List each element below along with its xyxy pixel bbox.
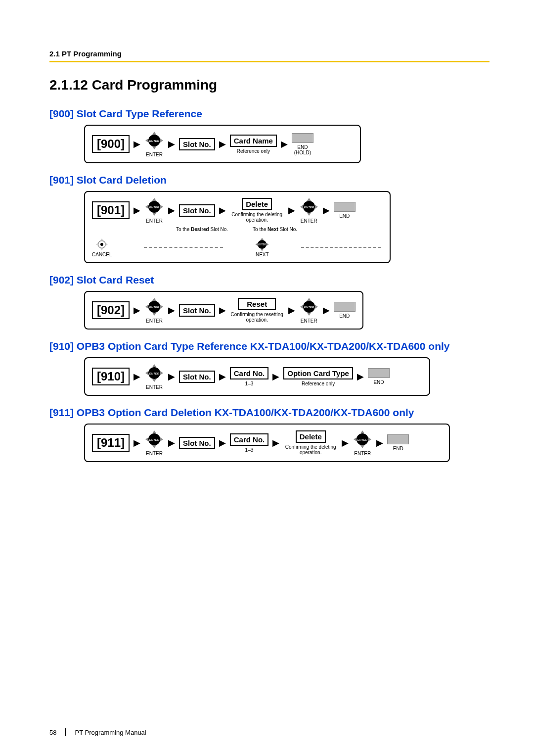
code-box-902: [902] <box>92 301 130 319</box>
arrow-icon: ▶ <box>133 372 141 381</box>
end-cap <box>334 302 356 312</box>
svg-marker-38 <box>307 313 311 316</box>
page-number: 58 <box>49 729 56 736</box>
page-title: 2.1.12 Card Programming <box>49 77 490 93</box>
arrow-icon: ▶ <box>167 140 176 148</box>
svg-marker-14 <box>307 213 311 216</box>
svg-marker-25 <box>261 238 264 240</box>
slot-no-chip: Slot No. <box>179 138 215 150</box>
footer-separator <box>65 728 66 736</box>
svg-text:ENTER: ENTER <box>149 438 160 441</box>
option-card-type-chip: Option Card Type <box>283 367 353 379</box>
svg-marker-15 <box>300 205 303 209</box>
arrow-icon: ▶ <box>133 438 141 447</box>
next-group: ENTER NEXT <box>255 237 269 257</box>
svg-marker-22 <box>96 243 98 246</box>
slot-no-chip: Slot No. <box>179 204 215 217</box>
enter-key-icon: ENTER <box>144 197 164 217</box>
enter-label: ENTER <box>146 218 163 224</box>
code-box-910: [910] <box>92 368 130 385</box>
end-cap <box>292 133 313 143</box>
enter-key-step: ENTER ENTER <box>299 197 319 224</box>
svg-marker-7 <box>152 198 156 201</box>
arrow-icon: ▶ <box>341 438 350 447</box>
svg-marker-56 <box>360 445 364 448</box>
cancel-label: CANCEL <box>92 252 112 257</box>
arrow-icon: ▶ <box>218 206 227 215</box>
enter-key-step: ENTER ENTER <box>299 297 319 324</box>
dashed-connector <box>144 247 223 248</box>
svg-point-19 <box>100 243 103 246</box>
svg-text:ENTER: ENTER <box>357 438 368 441</box>
svg-text:ENTER: ENTER <box>149 372 160 375</box>
svg-marker-13 <box>307 198 311 201</box>
arrow-icon: ▶ <box>271 372 280 381</box>
svg-marker-40 <box>315 305 318 309</box>
arrow-icon: ▶ <box>133 206 141 215</box>
svg-marker-34 <box>160 305 163 309</box>
arrow-icon: ▶ <box>218 438 227 447</box>
delete-chip: Delete <box>296 430 326 443</box>
svg-marker-50 <box>152 445 156 448</box>
enter-label: ENTER <box>301 318 317 324</box>
svg-marker-16 <box>315 205 318 209</box>
enter-key-step: ENTER ENTER <box>144 297 164 324</box>
card-name-chip: Card Name <box>230 135 277 147</box>
cancel-group: CANCEL <box>92 237 112 257</box>
arrow-icon: ▶ <box>133 306 141 315</box>
svg-marker-55 <box>360 430 364 433</box>
flow-901: [901] ▶ ENTER ENTER ▶ Slot No. ▶ Delete … <box>84 191 490 263</box>
svg-marker-20 <box>100 238 103 241</box>
svg-marker-37 <box>307 298 311 301</box>
svg-marker-58 <box>368 437 371 441</box>
arrow-icon: ▶ <box>167 372 176 381</box>
next-label: NEXT <box>256 252 269 257</box>
enter-label: ENTER <box>146 384 163 390</box>
confirm-delete-label: Confirming the deleting operation. <box>283 444 338 455</box>
enter-key-icon: ENTER <box>353 429 372 449</box>
svg-marker-57 <box>354 437 356 441</box>
svg-marker-43 <box>152 364 156 367</box>
svg-text:ENTER: ENTER <box>149 206 160 209</box>
enter-key-step: ENTER ENTER <box>144 131 164 157</box>
svg-text:ENTER: ENTER <box>259 243 267 246</box>
svg-text:ENTER: ENTER <box>149 140 160 142</box>
svg-marker-31 <box>152 298 156 301</box>
section-heading-910: [910] OPB3 Option Card Type Reference KX… <box>49 340 490 352</box>
svg-text:ENTER: ENTER <box>149 306 160 309</box>
delete-chip: Delete <box>242 198 272 210</box>
flow-902: [902] ▶ ENTER ENTER ▶ Slot No. ▶ Reset C… <box>84 291 490 330</box>
enter-key-icon: ENTER <box>144 363 164 383</box>
enter-key-icon: ENTER <box>299 197 319 217</box>
arrow-icon: ▶ <box>218 140 227 148</box>
range-label: 1–3 <box>245 447 254 453</box>
arrow-icon: ▶ <box>356 372 365 381</box>
enter-key-step: ENTER ENTER <box>144 197 164 224</box>
enter-key-step: ENTER ENTER <box>144 363 164 390</box>
flow-911: [911] ▶ ENTER ENTER ▶ Slot No. ▶ Card No… <box>84 424 490 462</box>
arrow-icon: ▶ <box>167 438 176 447</box>
code-box-901: [901] <box>92 201 130 219</box>
svg-marker-2 <box>152 146 156 149</box>
confirm-delete-label: Confirming the deleting operation. <box>230 212 284 223</box>
flow-900: [900] ▶ ENTER ENTER ▶ Slot No. ▶ Card Na… <box>84 125 490 163</box>
end-hold-label: END (HOLD) <box>294 144 311 155</box>
svg-marker-44 <box>152 379 156 382</box>
svg-marker-23 <box>106 243 108 246</box>
enter-label: ENTER <box>301 218 317 224</box>
section-heading-911: [911] OPB3 Option Card Deletion KX-TDA10… <box>49 407 490 419</box>
enter-key-icon: ENTER <box>299 297 319 317</box>
arrow-icon: ▶ <box>375 438 384 447</box>
to-next-label: To the Next Slot No. <box>253 227 297 232</box>
svg-marker-52 <box>160 437 163 441</box>
svg-marker-9 <box>145 205 148 209</box>
section-heading-900: [900] Slot Card Type Reference <box>49 108 490 120</box>
slot-no-chip: Slot No. <box>179 304 215 317</box>
arrow-icon: ▶ <box>322 306 331 315</box>
arrow-icon: ▶ <box>167 206 176 215</box>
header-section-label: 2.1 PT Programming <box>49 49 490 58</box>
enter-key-step: ENTER ENTER <box>353 429 372 456</box>
svg-marker-28 <box>267 243 269 246</box>
reference-only-label: Reference only <box>237 148 270 154</box>
svg-marker-27 <box>256 243 258 246</box>
